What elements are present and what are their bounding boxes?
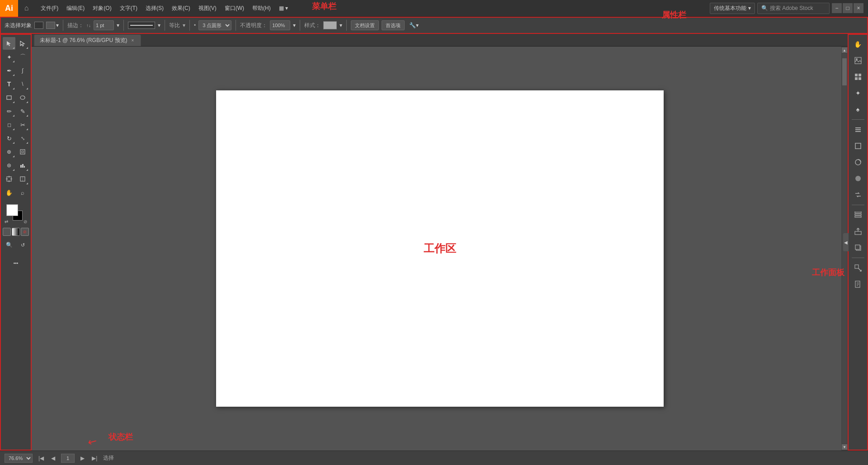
- panel-rect-btn[interactable]: [851, 139, 865, 153]
- menu-extra[interactable]: ▦ ▾: [275, 3, 292, 13]
- svg-rect-16: [855, 57, 861, 64]
- lasso-tool[interactable]: ⌒: [16, 51, 29, 63]
- bar-graph-tool[interactable]: [16, 159, 29, 172]
- tool-row-4: T \: [3, 78, 29, 90]
- panel-export-btn[interactable]: [851, 224, 865, 239]
- menu-text[interactable]: 文字(T): [116, 3, 141, 14]
- more-tools-btn[interactable]: •••: [9, 257, 22, 269]
- rotate-view-icon[interactable]: ↺: [16, 239, 29, 251]
- artboard-tool[interactable]: [3, 173, 15, 185]
- fill-color-box[interactable]: [34, 22, 43, 29]
- magic-wand-tool[interactable]: ✦: [3, 51, 15, 63]
- none-color-icon[interactable]: ⊘: [24, 219, 27, 224]
- panel-resize-btn[interactable]: [851, 261, 865, 275]
- panel-copy-btn[interactable]: [851, 240, 865, 255]
- page-last-btn[interactable]: ▶|: [90, 455, 99, 461]
- tool-row-10: ⊛: [3, 159, 29, 172]
- free-transform-tool[interactable]: [16, 146, 29, 158]
- brush-tool[interactable]: ✏: [3, 105, 15, 117]
- rect-tool[interactable]: [3, 91, 15, 104]
- none-btn[interactable]: ⊘: [21, 228, 29, 236]
- panel-plugin-btn[interactable]: ✦: [851, 86, 865, 100]
- document-tab[interactable]: 未标题-1 @ 76.6% (RGB/GPU 预览) ×: [34, 34, 141, 46]
- home-button[interactable]: ⌂: [18, 0, 35, 17]
- properties-bar: 未选择对象 ▾ 描边： ↑↓ ▾ ▾ 等比 ▾ • 3 点圆形 不透明度： ▾ …: [0, 17, 868, 34]
- menu-bar: 文件(F) 编辑(E) 对象(O) 文字(T) 选择(S) 效果(C) 视图(V…: [35, 3, 710, 14]
- style-box[interactable]: [323, 21, 337, 29]
- gradient-btn[interactable]: [12, 228, 20, 236]
- panel-collapse-arrow[interactable]: ◀: [843, 233, 849, 251]
- stroke-color-box[interactable]: [46, 22, 55, 29]
- symbol-spray-tool[interactable]: ⊛: [3, 159, 15, 172]
- panel-hand-btn[interactable]: ✋: [851, 37, 865, 52]
- toolbar: ✦ ⌒ ✒ ∫ T \: [0, 34, 32, 451]
- panel-paint-btn[interactable]: [851, 155, 865, 169]
- minimize-button[interactable]: −: [832, 3, 842, 13]
- divider-1: [63, 20, 63, 31]
- panel-image-btn[interactable]: [851, 53, 865, 68]
- page-next-btn[interactable]: ▶: [79, 455, 86, 461]
- stroke-style-line[interactable]: [128, 22, 155, 29]
- zoom-tool[interactable]: ⌕: [16, 186, 29, 199]
- hand-tool[interactable]: ✋: [3, 186, 15, 199]
- workspace-selector[interactable]: 传统基本功能 ▾: [710, 3, 755, 14]
- ellipse-tool[interactable]: [16, 91, 29, 104]
- panel-lines-btn[interactable]: [851, 122, 865, 137]
- menu-effect[interactable]: 效果(C): [168, 3, 194, 14]
- menu-select[interactable]: 选择(S): [142, 3, 167, 14]
- scissors-tool[interactable]: ✂: [16, 118, 29, 131]
- pen-tool[interactable]: ✒: [3, 64, 15, 77]
- maximize-button[interactable]: □: [843, 3, 853, 13]
- swap-color-icon[interactable]: ⇄: [5, 219, 8, 224]
- tool-row-1: [3, 37, 29, 50]
- zoom-in-icon[interactable]: 🔍: [3, 239, 15, 251]
- search-stock-input[interactable]: 🔍 搜索 Adobe Stock: [757, 3, 830, 14]
- curvature-tool[interactable]: ∫: [16, 64, 29, 77]
- color-btn[interactable]: [3, 228, 11, 236]
- page-prev-btn[interactable]: ◀: [50, 455, 57, 461]
- panel-layers-btn[interactable]: [851, 208, 865, 222]
- close-button[interactable]: ×: [854, 3, 863, 13]
- scroll-down-arrow[interactable]: ▼: [842, 444, 847, 450]
- menu-edit[interactable]: 编辑(E): [63, 3, 88, 14]
- divider-2: [123, 20, 124, 31]
- type-tool[interactable]: T: [3, 78, 15, 90]
- opacity-value-input[interactable]: [270, 20, 290, 30]
- menu-object[interactable]: 对象(O): [89, 3, 115, 14]
- select-tool[interactable]: [3, 37, 15, 50]
- preferences-button[interactable]: 首选项: [382, 20, 405, 30]
- slice-tool[interactable]: [16, 173, 29, 185]
- tab-close-button[interactable]: ×: [130, 38, 136, 43]
- eraser-tool[interactable]: ◻: [3, 118, 15, 131]
- stroke-value-input[interactable]: [94, 20, 114, 30]
- point-type-select[interactable]: 3 点圆形: [198, 20, 231, 30]
- canvas-viewport[interactable]: 工作区 ▲ ▼: [32, 47, 848, 451]
- scale-tool[interactable]: ⤡: [16, 132, 29, 145]
- panel-doc-btn[interactable]: [851, 277, 865, 291]
- menu-window[interactable]: 窗口(W): [221, 3, 248, 14]
- rotate-tool[interactable]: ↻: [3, 132, 15, 145]
- puppet-warp-tool[interactable]: ⊕: [3, 146, 15, 158]
- panel-circle-btn[interactable]: [851, 171, 865, 186]
- panel-grid-btn[interactable]: [851, 70, 865, 84]
- svg-point-3: [20, 96, 25, 99]
- foreground-color[interactable]: [6, 204, 18, 216]
- color-mode-row: ⊘: [3, 228, 29, 236]
- scroll-thumb[interactable]: [842, 58, 847, 85]
- panel-spades-btn[interactable]: ♠: [851, 102, 865, 117]
- page-first-btn[interactable]: |◀: [37, 455, 45, 461]
- zoom-select[interactable]: 76.6%: [5, 454, 33, 463]
- menu-view[interactable]: 视图(V): [195, 3, 220, 14]
- svg-rect-20: [855, 77, 858, 80]
- panel-swap-btn[interactable]: [851, 188, 865, 202]
- pencil-tool[interactable]: ✎: [16, 105, 29, 117]
- doc-setup-button[interactable]: 文档设置: [351, 20, 379, 30]
- line-tool[interactable]: \: [16, 78, 29, 90]
- style-label: 样式：: [304, 22, 321, 29]
- menu-help[interactable]: 帮助(H): [249, 3, 274, 14]
- direct-select-tool[interactable]: [16, 37, 29, 50]
- scroll-up-arrow[interactable]: ▲: [842, 47, 847, 53]
- page-num-input[interactable]: [61, 454, 75, 463]
- tool-row-zoom-controls: 🔍 ↺: [3, 239, 29, 251]
- menu-file[interactable]: 文件(F): [37, 3, 62, 14]
